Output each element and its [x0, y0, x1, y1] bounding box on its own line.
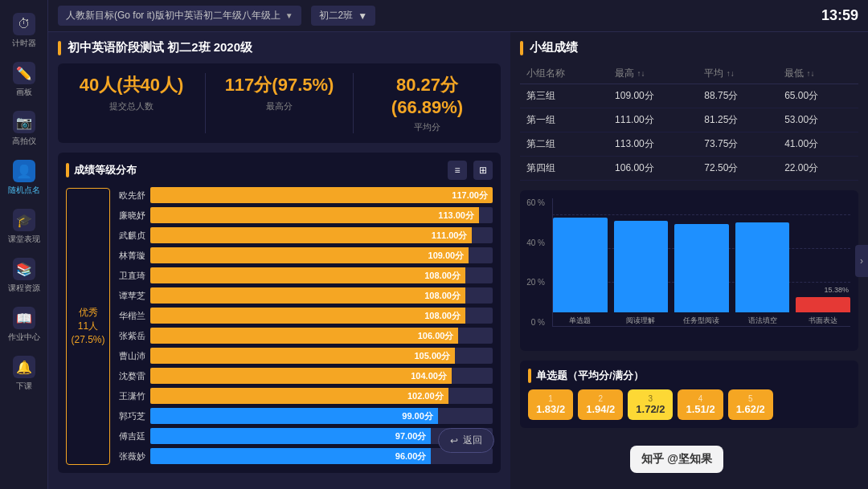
sidebar-item-timer[interactable]: ⏱ 计时器 — [0, 6, 47, 55]
bar-row-blue: 傅吉廷 97.00分 — [113, 427, 493, 445]
bar-track: 108.00分 — [150, 287, 493, 304]
th-max: 最高 ↑↓ — [608, 63, 698, 84]
group-avg: 88.75分 — [698, 84, 778, 108]
chart-bars-area: 单选题 阅读理解 任务型阅读 语法填空 15.38% 书面表达 — [552, 198, 850, 327]
return-button[interactable]: ↩ 返回 — [438, 428, 494, 453]
sc-card-num: 3 — [636, 394, 665, 403]
chart-bar: 15.38% — [796, 297, 850, 313]
sidebar-label-camera: 高拍仪 — [12, 136, 36, 147]
sidebar-item-homework[interactable]: 📖 作业中心 — [0, 300, 47, 349]
sidebar-item-classroom[interactable]: 🎓 课堂表现 — [0, 202, 47, 251]
camera-icon: 📷 — [13, 111, 35, 133]
bar-row-blue: 张薇妙 96.00分 — [113, 447, 493, 465]
grade-grid-icon[interactable]: ⊞ — [473, 161, 493, 180]
bar-name: 武麒贞 — [113, 230, 145, 242]
bar-pct-label: 15.38% — [824, 286, 849, 294]
sc-card-num: 2 — [586, 394, 615, 403]
sc-card: 5 1.62/2 — [728, 389, 773, 420]
sc-card-value: 1.83/2 — [536, 403, 565, 415]
sc-card-value: 1.62/2 — [736, 403, 765, 415]
bar-name: 郭巧芝 — [113, 410, 145, 422]
bar-name: 张紫岳 — [113, 330, 145, 342]
book-title-text: 人教新目标(Go for it)版初中英语初二年级八年级上 — [66, 9, 280, 22]
sidebar-item-random[interactable]: 👤 随机点名 — [0, 153, 47, 202]
bar-fill: 102.00分 — [150, 388, 448, 404]
book-title-dropdown[interactable]: 人教新目标(Go for it)版初中英语初二年级八年级上 ▼ — [58, 6, 301, 26]
group-name: 第一组 — [520, 108, 608, 132]
sc-card: 3 1.72/2 — [628, 389, 673, 420]
bar-fill: 105.00分 — [150, 348, 455, 364]
bar-fill: 108.00分 — [150, 308, 465, 324]
class-arrow: ▼ — [358, 10, 367, 22]
bar-fill: 108.00分 — [150, 287, 465, 304]
right-panel: 小组成绩 小组名称 最高 ↑↓ 平均 ↑↓ 最低 ↑↓ 第三组 109.00分 … — [510, 32, 868, 489]
group-min: 22.00分 — [778, 157, 858, 181]
total-label: 提交总人数 — [66, 100, 197, 112]
group-scores-title: 小组成绩 — [530, 40, 578, 55]
bar-row: 曹山沛 105.00分 — [113, 347, 493, 365]
sc-header: 单选题（平均分/满分） — [528, 369, 850, 383]
grade-list-icon[interactable]: ≡ — [448, 161, 467, 180]
sidebar-item-camera[interactable]: 📷 高拍仪 — [0, 104, 47, 153]
chart-bar-group: 任务型阅读 — [674, 198, 729, 326]
group-max: 106.00分 — [608, 157, 698, 181]
chart-bar — [553, 218, 608, 312]
chart-bar-label: 阅读理解 — [626, 316, 655, 326]
group-name: 第三组 — [520, 84, 608, 108]
exam-title-header: 初中英语阶段测试 初二2班 2020级 — [58, 40, 501, 55]
group-min: 53.00分 — [778, 108, 858, 132]
bar-name: 林菁璇 — [113, 250, 145, 262]
side-arrow[interactable]: › — [855, 245, 868, 277]
bar-track: 105.00分 — [150, 348, 493, 364]
group-avg: 73.75分 — [698, 132, 778, 157]
bar-row: 林菁璇 109.00分 — [113, 247, 493, 264]
sc-card-num: 1 — [536, 394, 565, 403]
grade-icons: ≡ ⊞ — [448, 161, 493, 180]
group-avg: 72.50分 — [698, 157, 778, 181]
group-max: 109.00分 — [608, 84, 698, 108]
sc-card: 4 1.51/2 — [678, 389, 723, 420]
bar-name: 张薇妙 — [113, 450, 145, 463]
sidebar-label-random: 随机点名 — [8, 185, 40, 196]
class-name-text: 初二2班 — [319, 9, 354, 22]
sidebar-label-timer: 计时器 — [12, 38, 36, 49]
bar-row: 华楷兰 108.00分 — [113, 307, 493, 324]
sidebar-item-end-class[interactable]: 🔔 下课 — [0, 349, 47, 398]
bar-row: 王潇竹 102.00分 — [113, 387, 493, 405]
sidebar-label-resources: 课程资源 — [8, 283, 40, 294]
bar-name: 王潇竹 — [113, 390, 145, 402]
book-title-arrow: ▼ — [285, 11, 293, 20]
bell-icon: 🔔 — [13, 356, 35, 378]
bar-track: 117.00分 — [150, 187, 493, 203]
group-table: 小组名称 最高 ↑↓ 平均 ↑↓ 最低 ↑↓ 第三组 109.00分 88.75… — [520, 63, 858, 181]
sidebar-item-resources[interactable]: 📚 课程资源 — [0, 251, 47, 300]
bar-fill-blue: 96.00分 — [150, 448, 431, 464]
high-value: 117分(97.5%) — [214, 73, 345, 97]
homework-icon: 📖 — [13, 307, 35, 329]
chart-y-labels: 60 % 40 % 20 % 0 % — [520, 198, 548, 327]
class-dropdown[interactable]: 初二2班 ▼ — [311, 6, 376, 26]
timer-icon: ⏱ — [13, 13, 35, 35]
high-label: 最高分 — [214, 100, 345, 112]
chart-bar-label: 任务型阅读 — [683, 316, 719, 326]
exam-title: 初中英语阶段测试 初二2班 2020级 — [68, 40, 252, 55]
bar-row: 武麒贞 111.00分 — [113, 226, 493, 244]
avg-label: 平均分 — [362, 121, 493, 133]
header-bar — [58, 41, 61, 55]
stat-avg: 80.27分(66.89%) 平均分 — [354, 73, 501, 133]
bar-fill: 113.00分 — [150, 207, 479, 223]
chart-area: 60 % 40 % 20 % 0 % 单选题 阅读理解 任务型阅读 语法填空 1… — [520, 190, 858, 351]
bar-name: 欧先舒 — [113, 189, 145, 202]
group-name: 第二组 — [520, 132, 608, 157]
group-max: 113.00分 — [608, 132, 698, 157]
bar-fill: 111.00分 — [150, 227, 472, 243]
chart-bar-label: 书面表达 — [809, 316, 837, 326]
bar-name: 谭苹芝 — [113, 290, 145, 302]
bar-fill: 106.00分 — [150, 328, 458, 344]
group-avg: 81.25分 — [698, 108, 778, 132]
th-group-name: 小组名称 — [520, 63, 608, 84]
sidebar-item-board[interactable]: ✏️ 画板 — [0, 55, 47, 104]
table-row: 第一组 111.00分 81.25分 53.00分 — [520, 108, 858, 132]
bar-track: 96.00分 — [150, 448, 493, 464]
bar-fill-blue: 99.00分 — [150, 408, 438, 424]
